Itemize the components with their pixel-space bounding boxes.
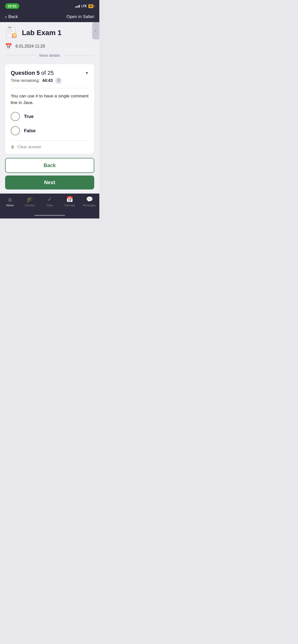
nav-back-button[interactable]: ‹ Back	[5, 14, 18, 20]
calendar-tab-icon: 📅	[66, 196, 73, 203]
help-icon[interactable]: ?	[55, 77, 62, 84]
next-button[interactable]: Next	[5, 175, 94, 189]
card-divider-top	[11, 88, 89, 88]
nav-back-label: Back	[8, 14, 18, 19]
tab-home[interactable]: ⌂ Home	[2, 196, 18, 207]
option-true[interactable]: True	[11, 112, 89, 121]
clear-answer-button[interactable]: 🗑 Clear answer	[11, 145, 89, 149]
chevron-right-icon: ›	[95, 28, 96, 33]
tab-tasks[interactable]: ✓ Tasks	[42, 196, 57, 207]
tab-courses-label: Courses	[25, 204, 35, 207]
messages-icon: 💬	[86, 196, 93, 203]
battery-level: 20	[88, 4, 93, 8]
card-divider-bottom	[11, 140, 89, 141]
tab-calendar-label: Calendar	[64, 204, 75, 207]
status-bar: 10:51 LTE 20	[0, 0, 99, 11]
question-title-text: Question 5 of 25	[11, 70, 54, 76]
divider-right	[64, 55, 94, 55]
question-card: Question 5 of 25 ▼ Time remaining: 44:43…	[5, 64, 94, 154]
tab-home-label: Home	[6, 204, 13, 207]
chevron-left-icon: ‹	[5, 14, 7, 20]
radio-true[interactable]	[11, 112, 20, 121]
home-icon: ⌂	[8, 196, 11, 203]
svg-rect-3	[8, 33, 11, 34]
exam-icon	[5, 26, 18, 39]
tab-bar: ⌂ Home 🎓 Courses ✓ Tasks 📅 Calendar 💬 Me…	[0, 194, 99, 214]
exam-date: 6.01.2024 11:20	[16, 44, 45, 49]
time-remaining-label: Time remaining:	[11, 78, 40, 83]
sidebar-handle[interactable]: ›	[92, 22, 99, 39]
radio-false[interactable]	[11, 126, 20, 135]
lte-label: LTE	[81, 4, 87, 8]
svg-rect-1	[8, 29, 13, 30]
option-true-label: True	[24, 114, 34, 119]
tab-calendar[interactable]: 📅 Calendar	[62, 196, 77, 207]
svg-point-8	[13, 33, 17, 37]
option-false[interactable]: False	[11, 126, 89, 135]
svg-rect-7	[8, 27, 11, 28]
nav-bar: ‹ Back Open in Safari	[0, 11, 99, 22]
question-text: You can use # to have a single comment l…	[11, 93, 89, 106]
tab-courses[interactable]: 🎓 Courses	[22, 196, 37, 207]
signal-icon	[75, 5, 80, 8]
header: Lab Exam 1 ›	[0, 22, 99, 39]
svg-rect-2	[8, 31, 13, 32]
status-right: LTE 20	[75, 4, 94, 8]
question-of: of 25	[41, 70, 54, 76]
card-wrapper: Question 5 of 25 ▼ Time remaining: 44:43…	[0, 62, 99, 154]
tasks-icon: ✓	[47, 196, 52, 203]
date-row: 📅 6.01.2024 11:20	[0, 39, 99, 53]
home-bar	[34, 215, 65, 216]
exam-title: Lab Exam 1	[22, 29, 62, 37]
tab-messages-label: Messages	[83, 204, 96, 207]
tab-messages[interactable]: 💬 Messages	[82, 196, 97, 207]
more-details-button[interactable]: More details	[36, 53, 64, 57]
clear-answer-label: Clear answer	[17, 145, 41, 149]
courses-icon: 🎓	[26, 196, 33, 203]
open-in-safari-button[interactable]: Open in Safari	[66, 14, 94, 19]
bottom-buttons: Back Next	[0, 154, 99, 194]
dropdown-arrow-icon[interactable]: ▼	[85, 71, 89, 75]
question-header: Question 5 of 25 ▼	[11, 70, 89, 76]
time-remaining-value: 44:43	[42, 78, 53, 83]
option-false-label: False	[24, 128, 36, 134]
back-button[interactable]: Back	[5, 158, 94, 173]
question-title: Question 5 of 25	[11, 70, 54, 76]
question-bold: Question 5	[11, 70, 40, 76]
divider-left	[5, 55, 36, 55]
trash-icon: 🗑	[11, 145, 15, 149]
battery-icon: 20	[88, 4, 94, 8]
tab-tasks-label: Tasks	[46, 204, 53, 207]
calendar-icon: 📅	[5, 43, 12, 50]
battery-tip	[94, 5, 94, 7]
time-row: Time remaining: 44:43 ?	[11, 77, 89, 84]
more-details-row[interactable]: More details	[0, 53, 99, 62]
home-indicator	[0, 214, 99, 218]
status-time: 10:51	[5, 3, 19, 9]
